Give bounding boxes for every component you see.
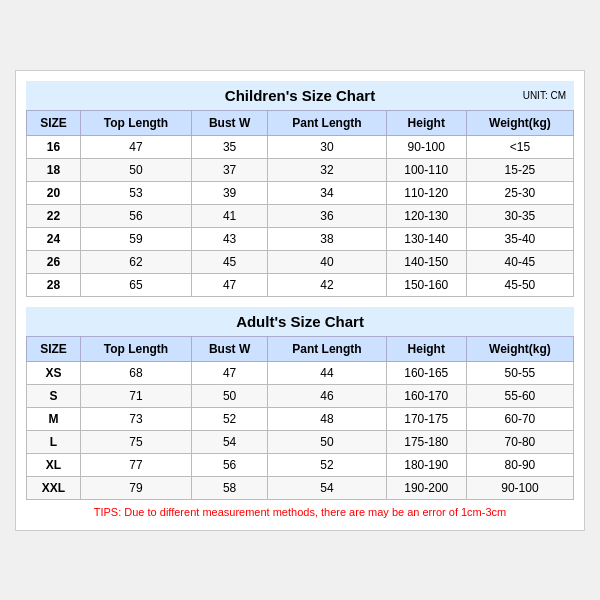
table-cell: 30-35 [466, 204, 573, 227]
table-cell: 100-110 [386, 158, 466, 181]
table-row: 18503732100-11015-25 [27, 158, 574, 181]
table-row: M735248170-17560-70 [27, 407, 574, 430]
table-cell: 150-160 [386, 273, 466, 296]
table-cell: 160-170 [386, 384, 466, 407]
table-cell: 54 [268, 476, 386, 499]
table-cell: 65 [80, 273, 191, 296]
table-cell: 60-70 [466, 407, 573, 430]
table-cell: 41 [192, 204, 268, 227]
children-header-toplength: Top Length [80, 110, 191, 135]
table-cell: 16 [27, 135, 81, 158]
table-cell: 43 [192, 227, 268, 250]
table-cell: 30 [268, 135, 386, 158]
adults-title-text: Adult's Size Chart [236, 313, 364, 330]
table-cell: 120-130 [386, 204, 466, 227]
table-cell: 15-25 [466, 158, 573, 181]
table-cell: XXL [27, 476, 81, 499]
table-cell: 25-30 [466, 181, 573, 204]
table-cell: 47 [80, 135, 191, 158]
table-row: XS684744160-16550-55 [27, 361, 574, 384]
table-cell: 175-180 [386, 430, 466, 453]
table-cell: 130-140 [386, 227, 466, 250]
table-cell: 35 [192, 135, 268, 158]
table-cell: 58 [192, 476, 268, 499]
table-cell: XS [27, 361, 81, 384]
table-cell: 28 [27, 273, 81, 296]
table-cell: 53 [80, 181, 191, 204]
children-section-title: Children's Size Chart UNIT: CM [26, 81, 574, 110]
table-cell: 35-40 [466, 227, 573, 250]
unit-label: UNIT: CM [523, 90, 566, 101]
table-cell: 90-100 [466, 476, 573, 499]
table-cell: 52 [268, 453, 386, 476]
table-cell: 59 [80, 227, 191, 250]
table-cell: 36 [268, 204, 386, 227]
table-cell: 39 [192, 181, 268, 204]
tips-text: TIPS: Due to different measurement metho… [26, 500, 574, 520]
children-header-height: Height [386, 110, 466, 135]
table-cell: 56 [80, 204, 191, 227]
table-cell: 68 [80, 361, 191, 384]
table-cell: 73 [80, 407, 191, 430]
table-cell: 48 [268, 407, 386, 430]
table-cell: 71 [80, 384, 191, 407]
table-cell: 38 [268, 227, 386, 250]
table-cell: 45-50 [466, 273, 573, 296]
table-cell: 20 [27, 181, 81, 204]
table-cell: 70-80 [466, 430, 573, 453]
adults-table: SIZE Top Length Bust W Pant Length Heigh… [26, 336, 574, 500]
table-cell: 180-190 [386, 453, 466, 476]
table-cell: 56 [192, 453, 268, 476]
table-cell: 54 [192, 430, 268, 453]
table-row: L755450175-18070-80 [27, 430, 574, 453]
table-cell: 50 [268, 430, 386, 453]
table-row: XXL795854190-20090-100 [27, 476, 574, 499]
table-cell: 55-60 [466, 384, 573, 407]
children-table: SIZE Top Length Bust W Pant Length Heigh… [26, 110, 574, 297]
table-cell: 24 [27, 227, 81, 250]
table-row: 24594338130-14035-40 [27, 227, 574, 250]
table-cell: 42 [268, 273, 386, 296]
children-header-pantlength: Pant Length [268, 110, 386, 135]
table-cell: 77 [80, 453, 191, 476]
children-header-size: SIZE [27, 110, 81, 135]
adults-header-bustw: Bust W [192, 336, 268, 361]
table-cell: 40-45 [466, 250, 573, 273]
table-cell: 50 [80, 158, 191, 181]
table-cell: 26 [27, 250, 81, 273]
table-cell: 90-100 [386, 135, 466, 158]
table-cell: XL [27, 453, 81, 476]
table-row: 20533934110-12025-30 [27, 181, 574, 204]
table-cell: 34 [268, 181, 386, 204]
table-cell: 170-175 [386, 407, 466, 430]
table-row: 26624540140-15040-45 [27, 250, 574, 273]
table-cell: 52 [192, 407, 268, 430]
table-cell: <15 [466, 135, 573, 158]
table-cell: 50 [192, 384, 268, 407]
table-cell: 140-150 [386, 250, 466, 273]
table-cell: M [27, 407, 81, 430]
table-cell: 45 [192, 250, 268, 273]
table-cell: 110-120 [386, 181, 466, 204]
table-row: 28654742150-16045-50 [27, 273, 574, 296]
adults-header-row: SIZE Top Length Bust W Pant Length Heigh… [27, 336, 574, 361]
adults-header-pantlength: Pant Length [268, 336, 386, 361]
table-cell: 47 [192, 361, 268, 384]
table-row: 22564136120-13030-35 [27, 204, 574, 227]
children-header-weight: Weight(kg) [466, 110, 573, 135]
table-cell: 80-90 [466, 453, 573, 476]
table-cell: 22 [27, 204, 81, 227]
adults-header-size: SIZE [27, 336, 81, 361]
table-cell: 50-55 [466, 361, 573, 384]
table-cell: 40 [268, 250, 386, 273]
table-cell: S [27, 384, 81, 407]
table-cell: 44 [268, 361, 386, 384]
table-cell: 62 [80, 250, 191, 273]
children-title-text: Children's Size Chart [225, 87, 375, 104]
adults-section-title: Adult's Size Chart [26, 307, 574, 336]
table-cell: 190-200 [386, 476, 466, 499]
children-header-row: SIZE Top Length Bust W Pant Length Heigh… [27, 110, 574, 135]
table-cell: 160-165 [386, 361, 466, 384]
table-cell: 47 [192, 273, 268, 296]
adults-header-toplength: Top Length [80, 336, 191, 361]
